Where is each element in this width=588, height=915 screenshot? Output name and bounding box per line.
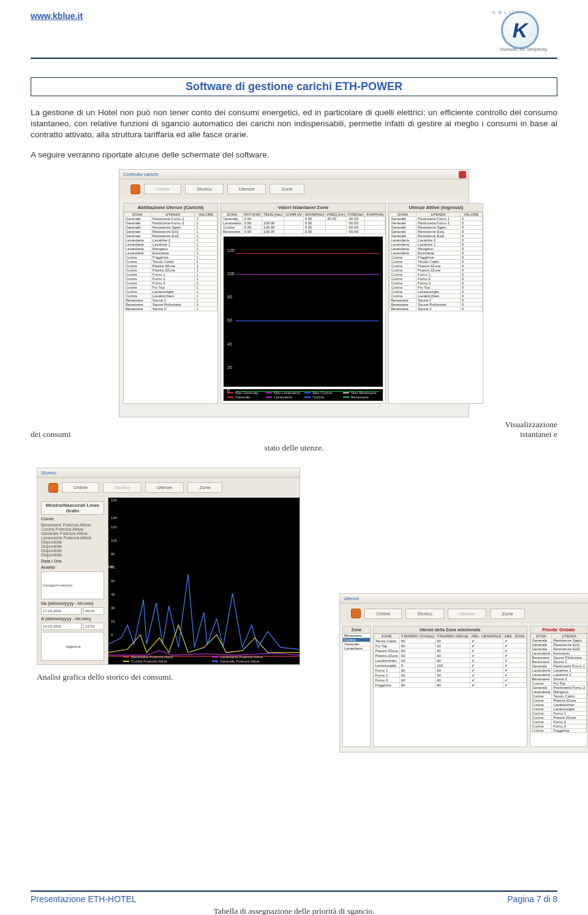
table-abilitazione: ZONAUTENZAVALOREGeneralePasticceria Forn…: [124, 212, 217, 311]
chart-storico: Benessere Potenza AttivaLavanderia Poten…: [108, 498, 300, 664]
sidebar-hd[interactable]: Mostra/Nascondi Linee Grafo: [41, 501, 104, 515]
tab-zone[interactable]: Zone: [187, 482, 222, 493]
tab-utenze[interactable]: Utenze: [145, 482, 184, 493]
a-time-input[interactable]: 23:59: [83, 623, 104, 630]
panel-utenze-zona-header: Utenze della Zona selezionata: [374, 626, 527, 634]
a-date-input[interactable]: 19.03.2009: [41, 623, 81, 630]
tab-online[interactable]: Online: [144, 184, 181, 194]
table-utenze-zona: ZONET.RIARMO ZONA[s]T.RIARMO GEN.[s]ABIL…: [374, 634, 527, 688]
footer-left: Presentazione ETH-HOTEL: [31, 894, 137, 904]
panel-valori-header: Valori Istantanei Zone: [221, 203, 385, 212]
screenshot-controllo-carichi: Controllo carichi Online Storico Utenze …: [119, 169, 469, 417]
analisi-hd: Analisi: [41, 565, 104, 569]
logo-k-icon: K: [513, 18, 528, 42]
curve-toggle[interactable]: Disponibile: [41, 544, 104, 549]
caption-center: stato delle utenze.: [31, 443, 557, 453]
tab-utenze[interactable]: Utenze: [227, 184, 266, 194]
tab-storico[interactable]: Storico: [103, 482, 141, 493]
storico-sidebar: Mostra/Nascondi Linee Grafo Curve: Benes…: [37, 498, 108, 664]
tab-storico[interactable]: Storico: [405, 609, 444, 619]
paragraph-followup: A seguire verranno riportate alcune dell…: [31, 150, 557, 161]
curve-toggle[interactable]: Cucina Potenza Attiva:: [41, 527, 104, 531]
window-title: Controllo carichi: [123, 172, 158, 177]
panel-zone-header: Zone: [343, 626, 370, 634]
tab-zone[interactable]: Zone: [270, 184, 304, 194]
panel-utenze-attive-header: Utenze Attive (Ingressi): [389, 203, 483, 212]
da-label: Da (dd/mm/yyyy - hh:mm): [41, 601, 104, 606]
curve-toggle[interactable]: Lavanderia Potenza Attiva:: [41, 536, 104, 540]
caption-priorita: Tabella di assegnazione delle priorità d…: [31, 906, 557, 915]
tab-online[interactable]: Online: [364, 609, 402, 619]
a-label: A (dd/mm/yyyy - hh:mm): [41, 617, 104, 621]
tab-zone[interactable]: Zone: [490, 609, 524, 619]
chart-storico-legend: Benessere Potenza AttivaLavanderia Poten…: [123, 655, 297, 663]
curve-toggle[interactable]: Generale Potenza Attiva:: [41, 531, 104, 536]
curve-toggle[interactable]: Disponibile: [41, 540, 104, 544]
page-title: Software di gestione carichi ETH-POWER: [31, 77, 557, 96]
panel-priorita-header: Priorita' Globale: [530, 626, 587, 634]
header-rule: [31, 58, 557, 59]
da-time-input[interactable]: 08:00: [83, 607, 104, 615]
window-title-utenze: Utenze: [344, 596, 359, 601]
curve-toggle[interactable]: Disponibile: [41, 549, 104, 553]
panel-abilitazione-header: Abilitazione Utenze (Carichi): [124, 203, 217, 212]
da-date-input[interactable]: 17.03.2009: [41, 607, 81, 615]
power-icon[interactable]: [351, 609, 361, 618]
date-hd: Data / Ora: [41, 559, 104, 563]
tab-utenze[interactable]: Utenze: [448, 609, 486, 619]
paragraph-intro: La gestione di un Hotel non può non tene…: [31, 107, 557, 141]
screenshot-utenze: Utenze Online Storico Utenze Zone Zone B…: [339, 593, 588, 753]
screenshot-storico: Storico Online Storico Utenze Zone Mostr…: [37, 468, 300, 665]
power-icon[interactable]: [48, 483, 58, 493]
caption-right: Visualizzazioneistantanei e: [505, 420, 557, 439]
chart-valori-zone: 120100806040200: [224, 237, 383, 387]
logo: K B L U E K Domotic for Simplicity: [490, 11, 557, 51]
curve-toggle[interactable]: Disponibile: [41, 553, 104, 557]
logo-tagline: Domotic for Simplicity: [490, 47, 557, 52]
tab-online[interactable]: Online: [62, 482, 99, 493]
zone-list[interactable]: BenessereCucinaGeneraleLavanderia: [343, 634, 370, 651]
power-icon[interactable]: [130, 184, 140, 194]
analisi-select[interactable]: Campioni (veloce): [41, 571, 104, 600]
curve-toggle[interactable]: Benessere Potenza Attiva:: [41, 523, 104, 527]
curves-hd: Curve:: [41, 517, 104, 521]
window-title-storico: Storico: [41, 470, 56, 476]
caption-left: dei consumi: [31, 430, 71, 439]
close-icon[interactable]: [459, 171, 466, 178]
table-priorita: ZONAUTENZAGeneraleResistenze SgeloGenera…: [530, 634, 587, 733]
aggiorna-button[interactable]: Aggiorna: [41, 632, 104, 661]
table-valori: ZONAPOT.[KW]TENS.[Vac]CORR.[A]SFAS[RAD]F…: [221, 212, 385, 234]
table-utenze-attive: ZONAUTENZAVALOREGeneralePasticceria Forn…: [389, 212, 483, 311]
tab-storico[interactable]: Storico: [185, 184, 224, 194]
footer-right: Pagina 7 di 8: [507, 894, 557, 904]
header-url[interactable]: www.kblue.it: [31, 11, 83, 21]
